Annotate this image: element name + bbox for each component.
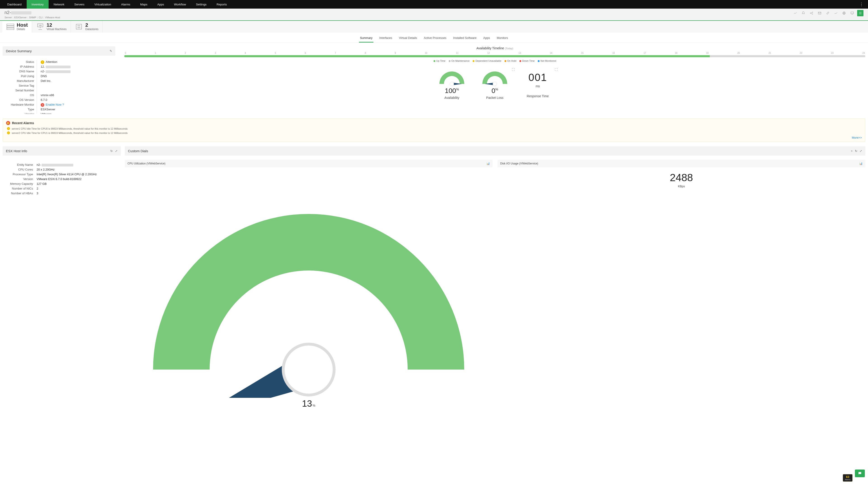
legend-item: Dependent Unavailable [473, 59, 501, 62]
nav-maps[interactable]: Maps [135, 0, 152, 8]
nav-settings[interactable]: Settings [191, 0, 212, 8]
svg-point-2 [812, 14, 813, 14]
subtab-installed-software[interactable]: Installed Software [452, 35, 477, 42]
device-header: n2- Server|ESXServer|SNMP|CLI|VMware-Hos… [0, 8, 868, 20]
legend-item: Down Time [520, 59, 535, 62]
dial-chart-icon[interactable]: 📊 [859, 162, 863, 165]
breadcrumb-item[interactable]: VMware-Host [45, 16, 60, 19]
detail-subtabs: SummaryInterfacesVirtual DetailsActive P… [0, 33, 868, 43]
dial-card: Disk I/O Usage (VIWebService)📊2488KBps [498, 160, 865, 411]
dial-chart-icon[interactable]: 📊 [487, 162, 490, 165]
bell-icon: 🔔 [6, 121, 10, 125]
legend-item: On Maintenance [449, 59, 470, 62]
alarm-row[interactable]: !server1 CPU Idle Time for CPU0 is 99819… [6, 126, 862, 131]
expand-icon[interactable]: ⤢ [115, 149, 118, 153]
vm-icon: VM [36, 23, 44, 30]
subtab-active-processes[interactable]: Active Processes [423, 35, 447, 42]
nodes-icon[interactable] [808, 10, 815, 16]
nav-apps[interactable]: Apps [152, 0, 169, 8]
breadcrumb-item[interactable]: Server [4, 16, 12, 19]
svg-point-0 [810, 13, 811, 13]
device-summary-header: Device Summary ✎ [3, 47, 115, 56]
svg-text:VM: VM [39, 24, 41, 27]
response-time-value: ⛶ 001 ms Response Time [521, 68, 555, 99]
subtab-monitors[interactable]: Monitors [496, 35, 509, 42]
disk-icon: SSDHDD [75, 23, 83, 30]
svg-point-1 [812, 12, 813, 13]
expand-icon[interactable]: ⤢ [860, 149, 862, 153]
svg-text:SSD: SSD [78, 25, 81, 27]
nav-virtualization[interactable]: Virtualization [90, 0, 116, 8]
alarm-row[interactable]: !server2 CPU Idle Time for CPU1 is 99819… [6, 131, 862, 135]
menu-icon[interactable] [857, 10, 864, 16]
packet-loss-gauge: ⛶ 0% Packet Loss [478, 68, 512, 99]
mail-icon[interactable] [816, 10, 823, 16]
device-title: n2- [4, 10, 60, 15]
svg-point-19 [283, 344, 334, 395]
breadcrumb-item[interactable]: SNMP [29, 16, 36, 19]
svg-rect-5 [851, 12, 854, 14]
availability-timeline-bar [124, 55, 865, 57]
svg-rect-3 [818, 12, 821, 14]
esx-properties: Entity Namen2- CPU Cores20 x 2.20GHzProc… [3, 162, 121, 195]
breadcrumb: Server|ESXServer|SNMP|CLI|VMware-Host [4, 16, 60, 19]
nav-servers[interactable]: Servers [69, 0, 90, 8]
legend-item: Not Monitored [538, 59, 556, 62]
chart-icon[interactable] [792, 10, 798, 16]
svg-point-15 [450, 82, 454, 86]
more-menu-icon[interactable]: ⋮ [857, 2, 866, 6]
dial-settings-icon[interactable]: ⛶ [512, 68, 515, 71]
subtab-interfaces[interactable]: Interfaces [378, 35, 393, 42]
alarms-more-link[interactable]: More>> [852, 136, 862, 139]
nav-network[interactable]: Network [49, 0, 69, 8]
device-properties: StatusIP AddressDNS NamePoll UsingManufa… [3, 60, 115, 114]
header-toolbar [792, 10, 864, 16]
top-nav: DashboardInventoryNetworkServersVirtuali… [0, 0, 868, 8]
availability-gauge: 100% Availability [435, 68, 469, 99]
dial-card: CPU Utilization (VIWebService)📊13% [125, 160, 493, 411]
nav-inventory[interactable]: Inventory [27, 0, 49, 8]
recent-alarms-panel: 🔔Recent Alarms !server1 CPU Idle Time fo… [3, 119, 865, 142]
server-icon [6, 23, 14, 30]
refresh-icon[interactable]: ↻ [855, 149, 857, 153]
host-tabs: HostDetailsVM12Virtual MachinesSSDHDD2Da… [0, 20, 868, 33]
nav-dashboard[interactable]: Dashboard [2, 0, 27, 8]
refresh-icon[interactable]: ↻ [110, 149, 113, 153]
edit-icon[interactable]: ✎ [110, 49, 112, 53]
svg-rect-8 [7, 28, 14, 30]
timeline-hours: 0123456789101112131415161718192021222324 [124, 50, 865, 55]
custom-dials-header: Custom Dials + ↻ ⤢ [125, 146, 865, 156]
subtab-virtual-details[interactable]: Virtual Details [398, 35, 418, 42]
globe-icon[interactable] [841, 10, 847, 16]
legend-item: On Hold [504, 59, 516, 62]
breadcrumb-item[interactable]: ESXServer [14, 16, 26, 19]
host-tab-datastores[interactable]: SSDHDD2Datastores [71, 21, 103, 33]
add-dial-icon[interactable]: + [851, 149, 852, 153]
esx-host-info-header: ESX Host Info ↻ ⤢ [3, 146, 121, 156]
availability-title: Availability Timeline (Today) [124, 47, 865, 50]
nav-workflow[interactable]: Workflow [169, 0, 191, 8]
nav-alarms[interactable]: Alarms [116, 0, 135, 8]
svg-rect-7 [7, 26, 14, 28]
breadcrumb-item[interactable]: CLI [39, 16, 42, 19]
dial-settings-icon[interactable]: ⛶ [555, 68, 557, 71]
nav-reports[interactable]: Reports [212, 0, 232, 8]
subtab-apps[interactable]: Apps [483, 35, 491, 42]
host-tab-details[interactable]: HostDetails [2, 20, 32, 33]
svg-point-17 [493, 82, 497, 86]
legend-item: Up Time [434, 59, 445, 62]
monitor-icon[interactable] [849, 10, 855, 16]
svg-text:HDD: HDD [78, 27, 81, 28]
link-icon[interactable] [825, 10, 831, 16]
availability-legend: Up TimeOn MaintenanceDependent Unavailab… [124, 59, 865, 62]
trend-icon[interactable] [833, 10, 839, 16]
subtab-summary[interactable]: Summary [359, 35, 373, 42]
host-tab-virtual-machines[interactable]: VM12Virtual Machines [32, 21, 71, 33]
bell-icon[interactable] [800, 10, 807, 16]
svg-rect-6 [7, 24, 14, 26]
